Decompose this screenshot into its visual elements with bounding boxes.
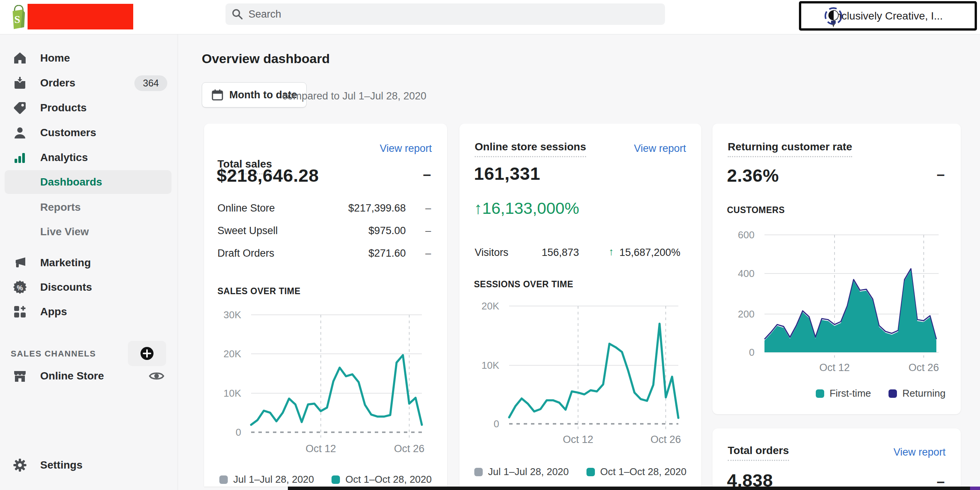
sidebar-item-label: Products [40,102,87,114]
bottom-edge-accent [970,487,980,490]
svg-text:Oct 12: Oct 12 [305,443,336,454]
sidebar-item-dashboards[interactable]: Dashboards [5,170,172,194]
previous-period-swatch [219,475,228,484]
sessions-value: 161,331 [474,163,540,184]
visitors-delta: 15,687,200% [619,247,680,259]
sidebar-item-label: Discounts [40,281,92,293]
row-value: $217,399.68 [348,202,406,214]
total-orders-title[interactable]: Total orders [728,444,789,461]
calendar-icon [211,89,224,101]
svg-text:10K: 10K [224,387,242,399]
previous-period-label: Jul 1–Jul 28, 2020 [488,466,569,478]
svg-text:0: 0 [236,427,241,438]
visitors-value: 156,873 [542,247,579,259]
svg-text:30K: 30K [224,309,242,321]
returning-rate-value: 2.36% [727,165,779,186]
sidebar-item-reports[interactable]: Reports [5,195,172,219]
row-change: – [425,247,431,259]
add-sales-channel-button[interactable] [128,341,166,366]
person-icon [13,125,27,140]
period-legend: Jul 1–Jul 28, 2020 Oct 1–Oct 28, 2020 [459,466,701,478]
svg-text:200: 200 [738,308,755,320]
search-placeholder: Search [248,8,281,20]
sessions-delta: ↑16,133,000% [474,199,579,218]
sidebar-item-online-store[interactable]: Online Store [0,364,178,388]
comparison-period-text: compared to Jul 1–Jul 28, 2020 [282,90,426,102]
row-value: $975.00 [368,225,406,237]
tag-icon [13,101,27,115]
sidebar-item-label: Marketing [40,257,91,269]
visitors-delta-arrow: ↑ [609,246,614,258]
sessions-title[interactable]: Online store sessions [475,141,586,157]
svg-text:Oct 12: Oct 12 [819,362,850,373]
svg-text:S: S [14,13,20,25]
total-orders-card: Total orders View report 4,838 – [712,428,961,490]
sidebar-item-products[interactable]: Products [0,96,178,120]
storefront-icon [13,369,27,383]
megaphone-icon [13,256,27,270]
svg-text:400: 400 [738,268,755,279]
shopify-logo-icon[interactable]: S [11,5,26,29]
home-icon [13,51,27,65]
customers-chart: 0200400600Oct 12Oct 26 [725,224,957,377]
topbar: S Search Inclusively Creative, I... [0,0,980,34]
svg-text:20K: 20K [224,348,242,360]
sales-breakdown-row: Online Store $217,399.68 – [204,202,447,218]
row-label: Online Store [217,202,275,214]
period-legend: Jul 1–Jul 28, 2020 Oct 1–Oct 28, 2020 [204,474,447,485]
sessions-over-time-label: SESSIONS OVER TIME [474,279,573,290]
row-value: $271.60 [368,247,406,259]
sales-breakdown-row: Sweet Upsell $975.00 – [204,225,447,240]
svg-text:Oct 26: Oct 26 [908,362,939,373]
discount-icon: % [13,280,27,295]
sales-over-time-chart: 010K20K30KOct 12Oct 26 [212,296,450,467]
row-label: Draft Orders [217,247,274,259]
svg-text:10K: 10K [482,360,500,371]
sidebar-item-label: Settings [40,459,82,471]
previous-period-swatch [474,468,483,476]
sales-breakdown-row: Draft Orders $271.60 – [204,247,447,263]
account-menu-button[interactable]: Inclusively Creative, I... [799,1,977,31]
sidebar-item-apps[interactable]: Apps [0,300,178,324]
search-input[interactable]: Search [225,3,665,25]
current-period-swatch [586,468,595,476]
current-period-label: Oct 1–Oct 28, 2020 [600,466,686,478]
apps-grid-icon [13,304,27,319]
gear-icon [13,458,27,472]
sidebar: Home Orders 364 Products Customers Analy… [0,34,178,490]
sidebar-item-label: Analytics [40,151,88,164]
row-label: Sweet Upsell [217,225,278,237]
eye-preview-icon[interactable] [149,370,164,382]
sidebar-item-label: Online Store [40,370,104,382]
orders-icon [13,76,27,90]
sidebar-item-discounts[interactable]: % Discounts [0,275,178,300]
sidebar-item-live-view[interactable]: Live View [5,220,172,244]
total-sales-value: $218,646.28 [217,165,319,186]
total-sales-view-report-link[interactable]: View report [380,143,432,155]
total-sales-change: – [423,166,431,183]
sidebar-item-orders[interactable]: Orders 364 [0,71,178,95]
sidebar-item-analytics[interactable]: Analytics [0,145,178,170]
first-time-label: First-time [830,387,871,399]
total-orders-view-report-link[interactable]: View report [893,446,946,458]
sidebar-item-settings[interactable]: Settings [0,453,178,477]
sales-over-time-label: SALES OVER TIME [217,286,301,296]
sidebar-subitem-label: Dashboards [40,176,102,188]
svg-text:0: 0 [749,347,755,358]
sidebar-item-customers[interactable]: Customers [0,120,178,145]
account-logo-icon [822,6,844,29]
window-bottom-edge [288,487,980,490]
returning-label: Returning [902,387,946,399]
sidebar-item-home[interactable]: Home [0,46,178,70]
returning-rate-title[interactable]: Returning customer rate [728,141,852,157]
sessions-view-report-link[interactable]: View report [634,143,686,155]
sales-channels-heading: SALES CHANNELS [11,343,172,365]
current-period-label: Oct 1–Oct 28, 2020 [345,474,431,485]
previous-period-label: Jul 1–Jul 28, 2020 [233,474,314,485]
sidebar-item-marketing[interactable]: Marketing [0,251,178,275]
svg-text:Oct 26: Oct 26 [394,443,425,454]
customers-label: CUSTOMERS [727,205,785,215]
svg-text:600: 600 [738,229,755,241]
svg-text:%: % [17,284,23,292]
store-name-redaction [28,4,133,29]
